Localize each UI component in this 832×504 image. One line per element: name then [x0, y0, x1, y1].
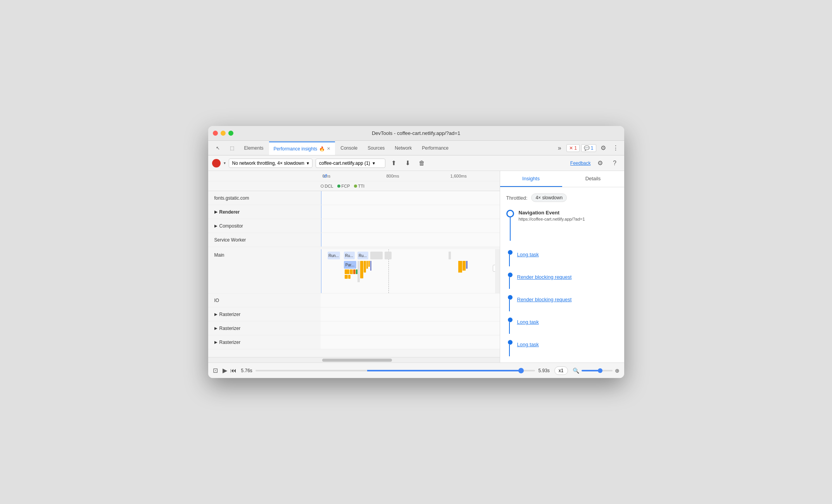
- task-parse[interactable]: Par...: [344, 261, 356, 269]
- insight-timeline-3: [506, 318, 513, 334]
- task-fo1[interactable]: [458, 261, 462, 273]
- rasterizer3-chevron[interactable]: ▶: [214, 340, 217, 344]
- maximize-button[interactable]: [228, 131, 233, 136]
- tab-elements-label: Elements: [244, 145, 264, 151]
- rasterizer1-chevron[interactable]: ▶: [214, 312, 217, 316]
- feedback-link[interactable]: Feedback: [570, 161, 591, 166]
- task-orange-5[interactable]: [348, 275, 350, 279]
- task-orange-3[interactable]: [353, 269, 356, 274]
- range-slider[interactable]: [255, 370, 535, 371]
- toolbar: ▾ No network throttling, 4× slowdown ▾ c…: [208, 155, 624, 171]
- tab-close-icon[interactable]: ✕: [327, 146, 330, 151]
- tab-sources[interactable]: Sources: [363, 141, 389, 155]
- help-icon[interactable]: ?: [609, 158, 620, 169]
- screenshot-icon[interactable]: ⊡: [213, 367, 218, 374]
- tab-console[interactable]: Console: [336, 141, 362, 155]
- task-mid-2[interactable]: [360, 261, 363, 278]
- task-fo2[interactable]: [463, 261, 466, 271]
- record-dropdown[interactable]: ▾: [224, 161, 226, 165]
- insight-line-2: [509, 300, 510, 311]
- tab-cursor[interactable]: ↖: [211, 141, 224, 155]
- scrollbar-track: [495, 249, 500, 293]
- task-r1[interactable]: [366, 261, 368, 269]
- task-mid-3[interactable]: [364, 261, 366, 273]
- track-label-rasterizer-1: ▶ Rasterizer: [208, 312, 321, 317]
- insight-item-0: Long task: [506, 250, 618, 266]
- tracks-area[interactable]: fonts.gstatic.com ▶ Renderer: [208, 191, 500, 357]
- throttle-select[interactable]: No network throttling, 4× slowdown ▾: [229, 159, 312, 168]
- insight-line-0: [509, 255, 510, 266]
- tab-performance[interactable]: Performance: [417, 141, 453, 155]
- settings-icon[interactable]: ⚙: [598, 143, 609, 154]
- download-icon[interactable]: ⬇: [402, 158, 413, 169]
- upload-icon[interactable]: ⬆: [388, 158, 399, 169]
- insight-link-0[interactable]: Long task: [517, 252, 539, 257]
- track-service-worker: Service Worker: [208, 233, 500, 247]
- insight-dot-2: [508, 295, 513, 300]
- h-scrollbar-thumb[interactable]: [322, 359, 392, 362]
- play-button[interactable]: ▶: [223, 367, 227, 374]
- insight-content-4: Long task: [517, 340, 539, 348]
- rasterizer2-chevron[interactable]: ▶: [214, 326, 217, 330]
- range-slider-thumb[interactable]: [518, 368, 524, 373]
- task-gray-2[interactable]: [385, 252, 392, 259]
- tab-network[interactable]: Network: [390, 141, 416, 155]
- time-start: 5.76s: [241, 368, 252, 373]
- task-orange-1[interactable]: [345, 269, 349, 274]
- task-mid-1[interactable]: [357, 261, 360, 282]
- close-button[interactable]: [213, 131, 218, 136]
- track-body-io: [321, 293, 500, 307]
- insight-item-2: Render blocking request: [506, 295, 618, 311]
- tab-elements[interactable]: Elements: [240, 141, 268, 155]
- tab-insights[interactable]: Insights: [500, 171, 562, 187]
- task-orange-4[interactable]: [345, 275, 348, 279]
- url-select[interactable]: coffee-cart.netlify.app (1) ▾: [316, 159, 385, 168]
- track-rasterizer-1: ▶ Rasterizer: [208, 307, 500, 321]
- skip-to-start-button[interactable]: ⏮: [230, 367, 236, 374]
- task-gray-1[interactable]: [370, 252, 383, 259]
- task-run-3[interactable]: Ru...: [357, 252, 368, 259]
- time-mark-1600: 1,600ms: [451, 174, 467, 178]
- message-icon: 💬: [584, 145, 590, 151]
- h-scrollbar: [208, 357, 500, 362]
- error-badge-button[interactable]: ✕ 1: [566, 144, 580, 152]
- message-badge-button[interactable]: 💬 1: [581, 144, 596, 152]
- task-run-1[interactable]: Run...: [328, 252, 340, 259]
- tab-performance-insights[interactable]: Performance insights 🔥 ✕: [269, 142, 335, 155]
- insight-link-3[interactable]: Long task: [517, 319, 539, 325]
- insight-link-2[interactable]: Render blocking request: [517, 297, 572, 302]
- more-tabs-icon[interactable]: »: [554, 143, 565, 154]
- task-purple[interactable]: [370, 261, 371, 271]
- insights-panel: Insights Details Throttled: 4× slowdown …: [500, 171, 624, 362]
- window-title: DevTools - coffee-cart.netlify.app/?ad=1: [372, 130, 460, 136]
- throttled-label: Throttled:: [506, 195, 528, 201]
- zoom-slider[interactable]: [582, 370, 613, 371]
- task-far-1[interactable]: [449, 252, 451, 259]
- tab-inspect[interactable]: ⬚: [225, 141, 239, 155]
- task-fp1[interactable]: [466, 261, 468, 269]
- tab-network-label: Network: [395, 145, 412, 151]
- renderer-chevron[interactable]: ▶: [214, 210, 217, 214]
- dcl-dot: [321, 185, 324, 188]
- track-fonts: fonts.gstatic.com: [208, 191, 500, 205]
- more-options-icon[interactable]: ⋮: [610, 143, 621, 154]
- record-button[interactable]: [212, 159, 221, 167]
- minimize-button[interactable]: [221, 131, 226, 136]
- task-run-2[interactable]: Ru...: [344, 252, 355, 259]
- flame-icon: 🔥: [319, 146, 325, 152]
- tab-details[interactable]: Details: [562, 171, 624, 187]
- track-body-main: Run... Ru... Ru... Par...: [321, 249, 500, 293]
- task-r2[interactable]: [368, 261, 370, 267]
- settings2-icon[interactable]: ⚙: [595, 158, 606, 169]
- insight-timeline-4: [506, 340, 513, 356]
- playback-speed[interactable]: x1: [554, 366, 568, 375]
- zoom-slider-thumb[interactable]: [598, 368, 602, 373]
- insight-link-4[interactable]: Long task: [517, 342, 539, 347]
- compositor-chevron[interactable]: ▶: [214, 224, 217, 228]
- zoom-in-icon[interactable]: ⊕: [615, 368, 620, 374]
- delete-icon[interactable]: 🗑: [416, 158, 427, 169]
- throttled-row: Throttled: 4× slowdown: [506, 193, 618, 202]
- zoom-out-icon[interactable]: 🔍: [573, 368, 579, 374]
- insight-link-1[interactable]: Render blocking request: [517, 274, 572, 280]
- task-orange-2[interactable]: [350, 269, 353, 274]
